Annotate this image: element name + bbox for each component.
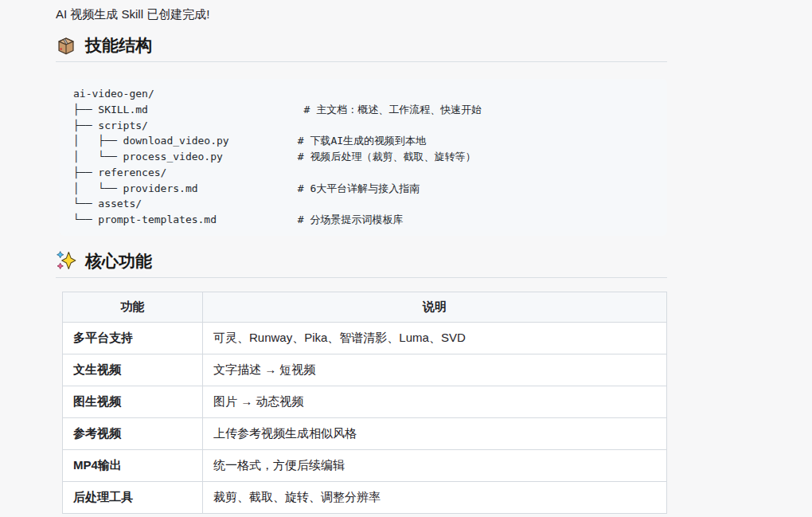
feature-cell: MP4输出 xyxy=(63,449,203,481)
description-cell: 裁剪、截取、旋转、调整分辨率 xyxy=(203,481,667,513)
document-body: AI 视频生成 Skill 已创建完成! 技能结构 ai-video-gen/ … xyxy=(56,0,667,514)
table-row: 图生视频 图片 → 动态视频 xyxy=(63,386,667,417)
description-cell: 上传参考视频生成相似风格 xyxy=(203,417,667,449)
feature-cell: 多平台支持 xyxy=(63,322,203,354)
sparkles-icon xyxy=(56,250,76,271)
column-header-feature: 功能 xyxy=(63,292,203,322)
table-row: 文生视频 文字描述 → 短视频 xyxy=(63,354,667,386)
section-header-skill-structure: 技能结构 xyxy=(56,34,667,62)
description-cell: 统一格式，方便后续编辑 xyxy=(203,449,667,481)
description-cell: 图片 → 动态视频 xyxy=(203,386,667,417)
column-header-description: 说明 xyxy=(203,292,667,322)
table-row: 后处理工具 裁剪、截取、旋转、调整分辨率 xyxy=(63,481,667,513)
table-row: 参考视频 上传参考视频生成相似风格 xyxy=(63,417,667,449)
description-cell: 可灵、Runway、Pika、智谱清影、Luma、SVD xyxy=(203,322,667,354)
file-tree-code-block: ai-video-gen/ ├── SKILL.md # 主文档：概述、工作流程… xyxy=(60,79,667,235)
intro-text: AI 视频生成 Skill 已创建完成! xyxy=(56,6,667,22)
section-title-core-features: 核心功能 xyxy=(85,250,152,272)
package-icon xyxy=(56,35,76,56)
feature-cell: 参考视频 xyxy=(63,417,203,449)
table-row: 多平台支持 可灵、Runway、Pika、智谱清影、Luma、SVD xyxy=(63,322,667,354)
table-row: MP4输出 统一格式，方便后续编辑 xyxy=(63,449,667,481)
description-cell: 文字描述 → 短视频 xyxy=(203,354,667,386)
section-title-skill-structure: 技能结构 xyxy=(85,34,152,56)
table-header-row: 功能 说明 xyxy=(63,292,667,322)
feature-cell: 图生视频 xyxy=(63,386,203,417)
core-features-table: 功能 说明 多平台支持 可灵、Runway、Pika、智谱清影、Luma、SVD… xyxy=(62,292,667,514)
section-header-core-features: 核心功能 xyxy=(56,250,667,278)
feature-cell: 文生视频 xyxy=(63,354,203,386)
feature-cell: 后处理工具 xyxy=(63,481,203,513)
